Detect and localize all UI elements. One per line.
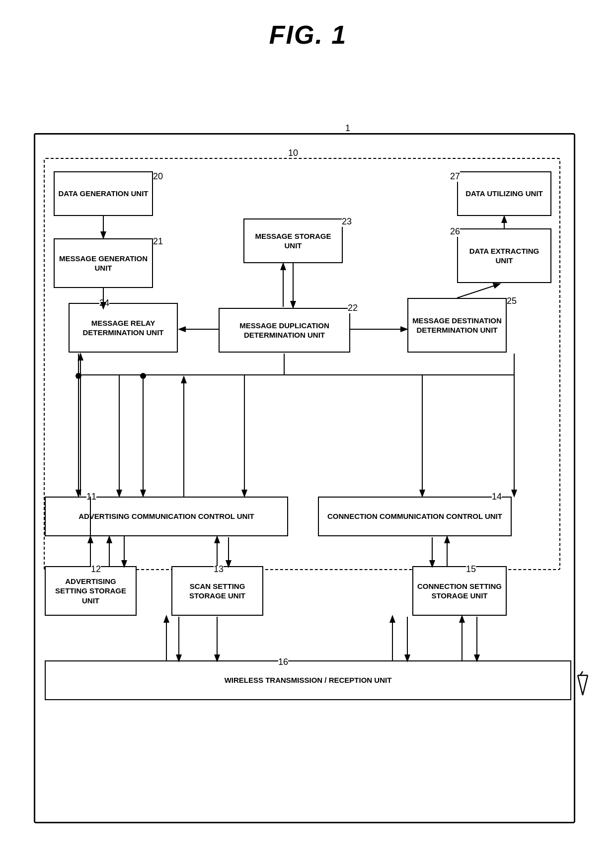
label-ref26: 26: [450, 226, 460, 237]
label-ref23: 23: [342, 217, 352, 227]
advertising-comm-unit: ADVERTISING COMMUNICATION CONTROL UNIT: [45, 497, 288, 536]
message-destination-unit: MESSAGE DESTINATION DETERMINATION UNIT: [407, 298, 507, 353]
message-duplication-unit: MESSAGE DUPLICATION DETERMINATION UNIT: [219, 308, 350, 353]
label-ref15: 15: [466, 564, 476, 575]
svg-line-0: [578, 675, 583, 695]
label-ref14: 14: [492, 492, 502, 502]
message-generation-unit: MESSAGE GENERATION UNIT: [54, 238, 153, 288]
label-ref11: 11: [86, 492, 96, 502]
page: FIG. 1 1 10 DATA GENERATION UNIT 20 DATA…: [0, 0, 616, 868]
label-ref12: 12: [91, 564, 101, 575]
data-extracting-unit: DATA EXTRACTING UNIT: [457, 228, 551, 283]
svg-line-2: [583, 675, 588, 695]
bullet-node-1: [76, 373, 81, 379]
label-ref10: 10: [288, 148, 298, 158]
label-ref13: 13: [214, 564, 224, 575]
data-utilizing-unit: DATA UTILIZING UNIT: [457, 171, 551, 216]
label-ref1: 1: [345, 123, 350, 134]
message-storage-unit: MESSAGE STORAGE UNIT: [243, 218, 343, 263]
label-ref22: 22: [348, 303, 358, 313]
bullet-node-2: [140, 373, 146, 379]
connection-comm-unit: CONNECTION COMMUNICATION CONTROL UNIT: [318, 497, 512, 536]
label-ref21: 21: [153, 236, 163, 247]
label-ref20: 20: [153, 171, 163, 182]
wireless-unit: WIRELESS TRANSMISSION / RECEPTION UNIT: [45, 660, 571, 700]
message-relay-unit: MESSAGE RELAY DETERMINATION UNIT: [69, 303, 178, 353]
figure-title: FIG. 1: [0, 0, 616, 50]
data-generation-unit: DATA GENERATION UNIT: [54, 171, 153, 216]
connection-storage-unit: CONNECTION SETTING STORAGE UNIT: [412, 566, 507, 616]
label-ref25: 25: [507, 296, 517, 306]
antenna-icon: [570, 670, 595, 700]
label-ref16: 16: [278, 657, 288, 667]
label-ref24: 24: [99, 298, 109, 308]
label-ref27: 27: [450, 171, 460, 182]
